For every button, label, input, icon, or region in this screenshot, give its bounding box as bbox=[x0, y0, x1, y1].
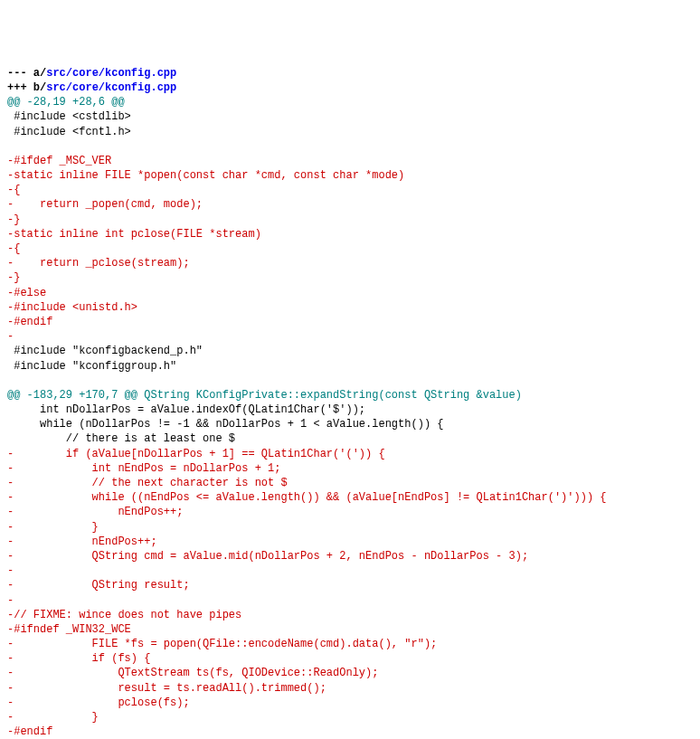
deleted-line: - return _pclose(stream); bbox=[7, 257, 190, 270]
deleted-line: - FILE *fs = popen(QFile::encodeName(cmd… bbox=[7, 638, 437, 650]
deleted-line: - } bbox=[7, 521, 99, 534]
deleted-line: -#endif bbox=[7, 725, 52, 738]
context-line: int nDollarPos = aValue.indexOf(QLatin1C… bbox=[7, 403, 365, 416]
deleted-line: - pclose(fs); bbox=[7, 696, 190, 709]
deleted-line: - if (aValue[nDollarPos + 1] == QLatin1C… bbox=[7, 448, 385, 460]
context-line bbox=[7, 374, 14, 387]
deleted-line: -// FIXME: wince does not have pipes bbox=[7, 609, 241, 621]
deleted-line: - QString result; bbox=[7, 579, 190, 592]
deleted-line: -#else bbox=[7, 287, 46, 299]
deleted-line: -#endif bbox=[7, 316, 52, 328]
deleted-line: - bbox=[7, 594, 14, 607]
deleted-line: - while ((nEndPos <= aValue.length()) &&… bbox=[7, 491, 607, 504]
diff-plus-prefix: +++ b/ bbox=[7, 81, 46, 94]
deleted-line: - QString cmd = aValue.mid(nDollarPos + … bbox=[7, 550, 528, 563]
deleted-line: -static inline int pclose(FILE *stream) bbox=[7, 228, 261, 241]
deleted-line: - bbox=[7, 330, 14, 343]
deleted-line: -#ifdef _MSC_VER bbox=[7, 155, 111, 167]
deleted-line: -} bbox=[7, 271, 20, 284]
deleted-line: -{ bbox=[7, 184, 20, 196]
deleted-line: - result = ts.readAll().trimmed(); bbox=[7, 682, 326, 695]
deleted-line: -static inline FILE *popen(const char *c… bbox=[7, 169, 404, 182]
deleted-line: -#include <unistd.h> bbox=[7, 301, 137, 314]
deleted-line: - QTextStream ts(fs, QIODevice::ReadOnly… bbox=[7, 667, 378, 679]
context-line: #include <fcntl.h> bbox=[7, 126, 131, 138]
context-line: #include <cstdlib> bbox=[7, 110, 131, 123]
hunk-header-2: @@ -183,29 +170,7 @@ QString KConfigPriv… bbox=[7, 389, 522, 402]
diff-minus-prefix: --- a/ bbox=[7, 67, 46, 80]
deleted-line: - // the next character is not $ bbox=[7, 477, 288, 489]
diff-plus-path: src/core/kconfig.cpp bbox=[46, 81, 176, 94]
deleted-line: - nEndPos++; bbox=[7, 535, 157, 548]
context-line: while (nDollarPos != -1 && nDollarPos + … bbox=[7, 418, 443, 431]
context-line bbox=[7, 140, 14, 153]
deleted-line: -{ bbox=[7, 242, 20, 255]
deleted-line: - int nEndPos = nDollarPos + 1; bbox=[7, 462, 280, 475]
diff-minus-path: src/core/kconfig.cpp bbox=[46, 67, 176, 80]
hunk-header-1: @@ -28,19 +28,6 @@ bbox=[7, 96, 125, 109]
context-line: #include "kconfigbackend_p.h" bbox=[7, 345, 203, 357]
context-line: #include "kconfiggroup.h" bbox=[7, 360, 176, 373]
deleted-line: - } bbox=[7, 711, 99, 724]
deleted-line: -#ifndef _WIN32_WCE bbox=[7, 623, 131, 636]
context-line: // there is at least one $ bbox=[7, 432, 235, 445]
deleted-line: - bbox=[7, 564, 14, 577]
deleted-line: -} bbox=[7, 213, 20, 226]
deleted-line: - if (fs) { bbox=[7, 652, 150, 665]
deleted-line: - nEndPos++; bbox=[7, 506, 183, 518]
deleted-line: - return _popen(cmd, mode); bbox=[7, 198, 203, 211]
